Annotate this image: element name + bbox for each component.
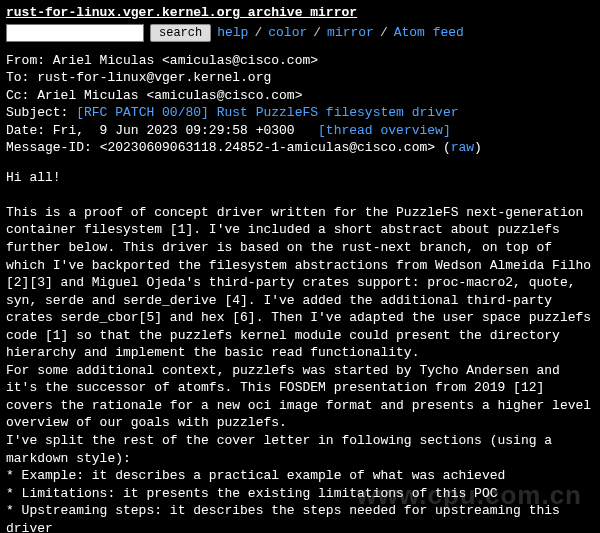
msgid-label: Message-ID: (6, 140, 100, 155)
nav-atom-feed[interactable]: Atom feed (394, 24, 464, 42)
body-b1: * Example: it describes a practical exam… (6, 468, 505, 483)
from-value: Ariel Miculas <amiculas@cisco.com> (53, 53, 318, 68)
subject-link[interactable]: [RFC PATCH 00/80] Rust PuzzleFS filesyst… (76, 105, 458, 120)
nav-color[interactable]: color (268, 24, 307, 42)
body-p1: Hi all! (6, 170, 61, 185)
to-label: To: (6, 70, 37, 85)
nav-mirror[interactable]: mirror (327, 24, 374, 42)
raw-link[interactable]: raw (451, 140, 474, 155)
message-body: Hi all! This is a proof of concept drive… (6, 169, 594, 533)
search-button[interactable]: search (150, 24, 211, 42)
nav-help[interactable]: help (217, 24, 248, 42)
search-input[interactable] (6, 24, 144, 42)
body-b3: * Upstreaming steps: it describes the st… (6, 503, 568, 533)
date-label: Date: (6, 123, 53, 138)
cc-label: Cc: (6, 88, 37, 103)
msgid-tail: ) (474, 140, 482, 155)
msgid-value: <20230609063118.24852-1-amiculas@cisco.c… (100, 140, 451, 155)
cc-value: Ariel Miculas <amiculas@cisco.com> (37, 88, 302, 103)
subject-label: Subject: (6, 105, 76, 120)
nav-sep: / (254, 24, 262, 42)
body-p4: I've split the rest of the cover letter … (6, 433, 560, 466)
top-bar: search help / color / mirror / Atom feed (6, 24, 594, 42)
body-b2: * Limitations: it presents the existing … (6, 486, 497, 501)
message-headers: From: Ariel Miculas <amiculas@cisco.com>… (6, 52, 594, 157)
nav-sep: / (313, 24, 321, 42)
thread-overview-link[interactable]: [thread overview] (318, 123, 451, 138)
from-label: From: (6, 53, 53, 68)
body-p3: For some additional context, puzzlefs wa… (6, 363, 599, 431)
body-p2: This is a proof of concept driver writte… (6, 205, 599, 360)
date-value: Fri, 9 Jun 2023 09:29:58 +0300 (53, 123, 318, 138)
nav-sep: / (380, 24, 388, 42)
archive-title: rust-for-linux.vger.kernel.org archive m… (6, 4, 594, 22)
to-value: rust-for-linux@vger.kernel.org (37, 70, 271, 85)
